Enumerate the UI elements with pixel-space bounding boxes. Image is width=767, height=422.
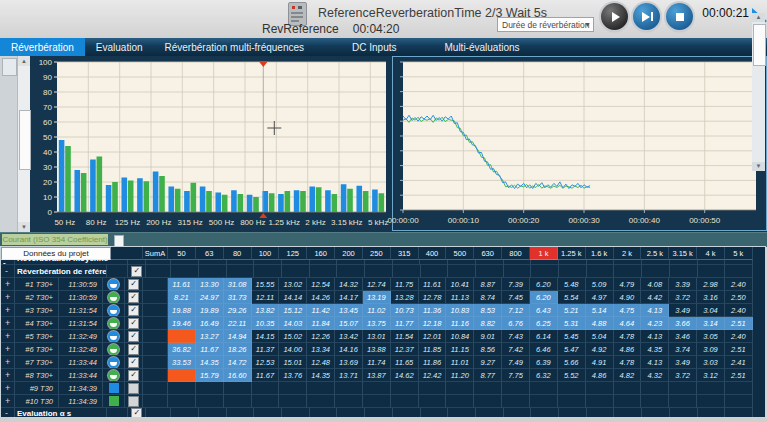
freq-cell[interactable]: 33.53 — [168, 356, 196, 369]
freq-cell[interactable]: 2.51 — [725, 317, 753, 330]
freq-cell[interactable] — [279, 395, 307, 408]
freq-cell[interactable] — [697, 382, 725, 395]
freq-cell[interactable]: 11.61 — [419, 278, 447, 291]
freq-cell[interactable] — [196, 395, 224, 408]
freq-cell[interactable]: 3.14 — [697, 317, 725, 330]
freq-cell[interactable] — [446, 382, 474, 395]
freq-header-630[interactable]: 630 — [474, 247, 502, 260]
freq-cell[interactable] — [530, 395, 558, 408]
freq-cell[interactable]: 3.09 — [697, 343, 725, 356]
row-checkbox[interactable] — [128, 383, 139, 394]
freq-cell[interactable]: 5.31 — [558, 317, 586, 330]
freq-header-400[interactable]: 400 — [419, 247, 447, 260]
freq-cell[interactable]: 13.45 — [335, 304, 363, 317]
freq-cell[interactable]: 11.84 — [307, 317, 335, 330]
row-expander[interactable]: + — [1, 369, 15, 382]
freq-cell[interactable] — [168, 382, 196, 395]
freq-cell[interactable]: 24.97 — [196, 291, 224, 304]
freq-cell[interactable]: 14.14 — [279, 291, 307, 304]
freq-cell[interactable]: 7.75 — [502, 369, 530, 382]
freq-cell[interactable]: 4.78 — [614, 356, 642, 369]
freq-cell[interactable]: 12.18 — [419, 317, 447, 330]
freq-cell[interactable]: 18.26 — [224, 343, 252, 356]
freq-cell[interactable]: 14.72 — [224, 356, 252, 369]
freq-cell[interactable]: 4.75 — [614, 304, 642, 317]
freq-cell[interactable]: 22.11 — [224, 317, 252, 330]
freq-header-500[interactable]: 500 — [446, 247, 474, 260]
freq-cell[interactable] — [391, 395, 419, 408]
stop-button[interactable] — [666, 3, 693, 30]
freq-cell[interactable] — [614, 395, 642, 408]
freq-cell[interactable]: 14.16 — [335, 343, 363, 356]
freq-cell[interactable]: 11.67 — [196, 343, 224, 356]
freq-cell[interactable]: 11.37 — [252, 343, 280, 356]
freq-cell[interactable]: 3.39 — [669, 278, 697, 291]
freq-cell[interactable] — [697, 395, 725, 408]
row-expander[interactable]: + — [1, 395, 15, 408]
freq-cell[interactable]: 4.86 — [614, 343, 642, 356]
freq-cell[interactable]: 13.69 — [335, 356, 363, 369]
freq-cell[interactable]: 8.87 — [474, 278, 502, 291]
freq-cell[interactable]: 3.05 — [697, 330, 725, 343]
freq-cell[interactable]: 5.09 — [586, 278, 614, 291]
freq-cell[interactable]: 13.82 — [252, 304, 280, 317]
freq-header-250[interactable]: 250 — [363, 247, 391, 260]
freq-cell[interactable]: 3.66 — [669, 317, 697, 330]
freq-cell[interactable] — [474, 395, 502, 408]
freq-header-5k[interactable]: 5 k — [725, 247, 753, 260]
freq-cell[interactable]: 4.32 — [641, 369, 669, 382]
freq-cell[interactable]: 6.20 — [530, 278, 558, 291]
row-expander[interactable]: + — [1, 356, 15, 369]
freq-cell[interactable]: 4.97 — [586, 291, 614, 304]
freq-cell[interactable]: 4.92 — [586, 343, 614, 356]
freq-cell[interactable]: 15.01 — [279, 356, 307, 369]
freq-cell[interactable]: 14.00 — [279, 343, 307, 356]
freq-cell[interactable]: 11.01 — [446, 356, 474, 369]
row-expander[interactable]: + — [1, 291, 15, 304]
freq-cell[interactable]: 14.17 — [335, 291, 363, 304]
freq-cell[interactable]: 15.55 — [252, 278, 280, 291]
tab-dc-inputs[interactable]: DC Inputs — [341, 38, 407, 56]
freq-cell[interactable]: 5.66 — [558, 356, 586, 369]
freq-cell[interactable]: 6.14 — [530, 330, 558, 343]
freq-cell[interactable]: 7.43 — [502, 330, 530, 343]
freq-cell[interactable]: 4.13 — [641, 304, 669, 317]
freq-cell[interactable]: 6.76 — [502, 317, 530, 330]
freq-cell[interactable] — [419, 395, 447, 408]
freq-cell[interactable] — [196, 382, 224, 395]
freq-cell[interactable] — [502, 395, 530, 408]
duration-dropdown[interactable]: Durée de réverbération ▼ — [497, 17, 594, 32]
tab-r-verb-ration[interactable]: Réverbération — [0, 38, 85, 56]
freq-header-2.5k[interactable]: 2.5 k — [641, 247, 669, 260]
scroll-down-icon[interactable]: ▼ — [752, 162, 765, 171]
freq-cell[interactable]: 6.32 — [530, 369, 558, 382]
freq-cell[interactable]: 12.01 — [419, 330, 447, 343]
freq-cell[interactable]: 11.86 — [419, 356, 447, 369]
freq-cell[interactable]: 10.35 — [252, 317, 280, 330]
freq-cell[interactable] — [669, 395, 697, 408]
freq-cell[interactable]: 8.82 — [474, 317, 502, 330]
freq-cell[interactable]: 6.20 — [530, 291, 558, 304]
freq-cell[interactable]: 10.84 — [446, 330, 474, 343]
freq-cell[interactable]: 13.76 — [279, 369, 307, 382]
freq-cell[interactable] — [307, 395, 335, 408]
freq-header-1.25k[interactable]: 1.25 k — [558, 247, 586, 260]
freq-cell[interactable] — [558, 395, 586, 408]
freq-cell[interactable] — [641, 395, 669, 408]
freq-cell[interactable] — [641, 382, 669, 395]
iso-coefficient-label[interactable]: Courant (ISO 354 Coefficient) — [2, 234, 108, 245]
freq-cell[interactable]: 3.74 — [669, 343, 697, 356]
freq-cell[interactable]: 19.88 — [168, 304, 196, 317]
row-checkbox[interactable]: ✓ — [128, 279, 139, 290]
row-checkbox[interactable]: ✓ — [128, 305, 139, 316]
freq-cell[interactable]: 14.35 — [307, 369, 335, 382]
freq-cell[interactable]: 4.78 — [614, 330, 642, 343]
freq-header-315[interactable]: 315 — [391, 247, 419, 260]
freq-cell[interactable]: 13.02 — [279, 278, 307, 291]
freq-cell[interactable]: 11.15 — [446, 343, 474, 356]
freq-cell[interactable]: 14.32 — [335, 278, 363, 291]
freq-cell[interactable] — [391, 382, 419, 395]
freq-cell[interactable]: 8.21 — [168, 291, 196, 304]
freq-cell[interactable]: 11.02 — [363, 304, 391, 317]
freq-header-800[interactable]: 800 — [502, 247, 530, 260]
